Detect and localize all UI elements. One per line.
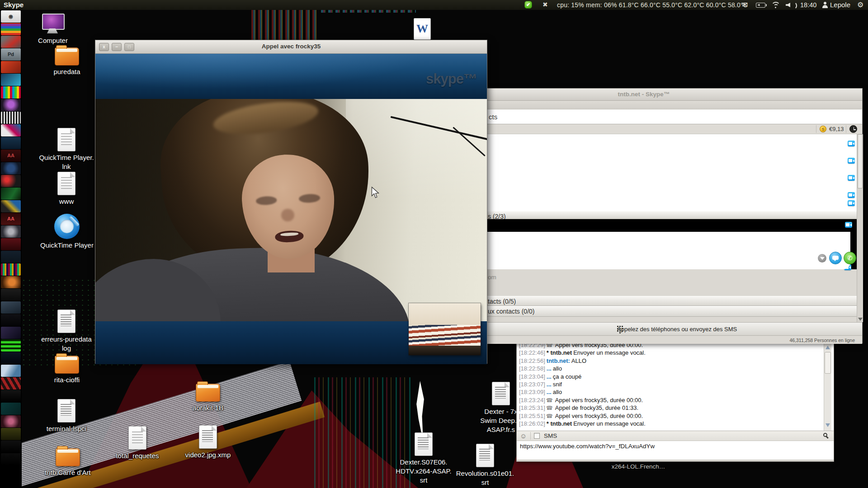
credit-amount[interactable]: €9,13	[829, 126, 844, 132]
scroll-down-icon[interactable]	[858, 318, 863, 321]
self-video-thumbnail[interactable]	[409, 303, 481, 355]
group-header-contacts[interactable]: tacts (0/5)	[425, 296, 857, 306]
dock-item-teal-glitch[interactable]	[1, 403, 21, 415]
dock-item-red-blob[interactable]	[1, 36, 21, 48]
volume-icon[interactable]	[786, 2, 796, 8]
mail-icon[interactable]: ✉	[742, 0, 748, 9]
dock-item-deep-blue[interactable]	[1, 352, 21, 364]
active-app-title[interactable]: Skype	[4, 1, 24, 9]
dock-item-flame-red[interactable]	[1, 61, 21, 73]
scroll-down-icon[interactable]	[826, 423, 830, 427]
desktop-icon-computer[interactable]: Computer	[23, 14, 83, 45]
dock-item-ember[interactable]	[1, 276, 21, 288]
history-clock-icon[interactable]	[849, 125, 857, 133]
dock-item-rose[interactable]	[1, 415, 21, 427]
dock-item-sky-photo[interactable]	[1, 365, 21, 377]
skype-credit-icon[interactable]: S	[820, 126, 826, 132]
dock-item-frame-blue[interactable]	[1, 251, 21, 263]
desktop-icon-puredata[interactable]: puredata	[37, 47, 97, 76]
dock-item-aa-dark[interactable]: AA	[1, 213, 21, 225]
dock-item-star-blue[interactable]	[1, 162, 21, 174]
scroll-up-icon[interactable]	[826, 346, 830, 349]
dock-item-eye[interactable]: ◉	[1, 10, 21, 23]
desktop-icon-erreurs-puredata[interactable]: erreurs-puredatalog	[36, 310, 97, 353]
dock-item-dark-3[interactable]	[1, 453, 21, 465]
dock-item-matrix-green[interactable]	[1, 339, 21, 352]
dock-item-pd[interactable]: Pd	[1, 48, 21, 61]
dock-item-bars[interactable]	[1, 263, 21, 276]
wifi-icon[interactable]	[771, 1, 780, 8]
dock-item-olive[interactable]	[1, 428, 21, 440]
contact-list[interactable]: io.ddeluxe.com	[425, 134, 857, 211]
main-window-titlebar[interactable]: tntb.net - Skype™	[425, 89, 862, 101]
video-call-icon[interactable]	[848, 175, 855, 181]
main-window-menubar[interactable]	[425, 101, 862, 109]
desktop-icon-revolution-s01e01-[interactable]: Revolution.s01e01.srt	[455, 444, 515, 487]
dock-item-rainbow-stripes[interactable]	[1, 23, 21, 35]
dock-item-circuit-green[interactable]	[1, 188, 21, 200]
group-header-recent[interactable]: s (2/3)	[425, 211, 857, 219]
scrollbar-thumb[interactable]	[825, 352, 831, 374]
desktop-icon-x264-lol-french-[interactable]: x264-LOL.French…	[608, 461, 669, 471]
video-call-icon[interactable]	[848, 141, 855, 146]
dock-item-ink[interactable]	[1, 314, 21, 326]
sms-checkbox[interactable]	[534, 433, 540, 439]
desktop-icon-dexter-s07e06-[interactable]: Dexter.S07E06.HDTV.x264-ASAP.srt	[393, 432, 454, 484]
emoticon-icon[interactable]: ☺	[520, 432, 527, 440]
dock-item-navy[interactable]	[1, 137, 21, 149]
contacts-search-field[interactable]: cts	[425, 109, 862, 124]
group-header-new-contacts[interactable]: ux contacts (0/0)	[425, 306, 857, 317]
dock-item-collage[interactable]	[1, 200, 21, 212]
chevron-down-icon[interactable]	[818, 254, 826, 263]
desktop-icon-quicktime-player[interactable]: QuickTime Player	[37, 214, 97, 250]
desktop-icon-aorakit-1b[interactable]: aorakit-1B	[178, 384, 238, 413]
video-call-icon[interactable]	[848, 200, 855, 206]
dock-item-slate-photo[interactable]	[1, 301, 21, 314]
desktop-icon-total-requetes[interactable]: total_requetes	[107, 426, 168, 460]
desktop-icon-tntb-carr-d-art[interactable]: tntb Carré d'Art	[38, 448, 98, 477]
desktop-icon-quicktime-player-[interactable]: QuickTime Player.lnk	[36, 128, 97, 171]
dock-item-red-dot[interactable]	[1, 175, 21, 187]
desktop-icon-www[interactable]: www	[36, 172, 97, 206]
dock-item-purple-orb[interactable]	[1, 99, 21, 111]
self-video-stripes	[409, 325, 481, 346]
chat-button[interactable]	[829, 252, 842, 264]
dock-item-ocean[interactable]	[1, 74, 21, 86]
gear-icon[interactable]: ⚙	[857, 0, 863, 9]
dock-item-confetti[interactable]	[1, 86, 21, 99]
dock-item-maroon[interactable]	[1, 238, 21, 250]
dock-item-brick-red[interactable]	[1, 377, 21, 389]
video-call-icon[interactable]	[845, 222, 852, 228]
dock-item-letters-red[interactable]: AA	[1, 150, 21, 162]
dock-item-charcoal[interactable]	[1, 289, 21, 301]
battery-icon[interactable]	[756, 3, 765, 8]
dock-item-mixed-art[interactable]	[1, 124, 21, 136]
sms-label: SMS	[544, 432, 557, 439]
desktop-icon-terminal-lspci[interactable]: terminal-lspci	[36, 399, 97, 433]
dock-item-dark-2[interactable]	[1, 441, 21, 453]
chat-message: [18:22:56]tntb.net:ALLO	[519, 357, 823, 365]
chat-input[interactable]: https://www.youtube.com/watch?v=_fDLAxuA…	[517, 441, 834, 460]
call-phones-bar[interactable]: Appelez des téléphones ou envoyez des SM…	[425, 322, 862, 336]
panel-clock[interactable]: 18:40	[800, 1, 816, 9]
user-name[interactable]: Lepole	[830, 1, 850, 9]
dock-item-violet[interactable]	[1, 327, 21, 339]
desktop-icon-wdoc[interactable]: W	[392, 18, 453, 42]
desktop-icon-video2-jpg-xmp[interactable]: video2.jpg.xmp	[178, 425, 238, 460]
call-window-titlebar[interactable]: x – □ Appel avec frocky35	[95, 40, 487, 54]
video-call-icon[interactable]	[848, 158, 855, 164]
desktop-icon-label: Revolution.s01e01.srt	[456, 469, 514, 487]
chat-scrollbar[interactable]	[824, 337, 831, 431]
search-icon[interactable]	[823, 433, 827, 437]
tray-cross-icon[interactable]: ✖	[542, 1, 548, 8]
call-button[interactable]: ✆	[844, 252, 856, 264]
dock-item-piano[interactable]	[1, 112, 21, 124]
dock-item-dark-1[interactable]	[1, 390, 21, 402]
chat-window: [18:22:29]☎Appel vers frocky35, durée 00…	[516, 336, 834, 462]
main-scrollbar[interactable]	[857, 134, 863, 322]
video-call-icon[interactable]	[848, 192, 855, 198]
scrollbar-thumb[interactable]	[858, 134, 863, 188]
skype-status-icon[interactable]: ✔	[524, 1, 532, 9]
dock-item-flower-gray[interactable]	[1, 225, 21, 238]
desktop-icon-rita-cioffi[interactable]: rita-cioffi	[37, 356, 97, 385]
